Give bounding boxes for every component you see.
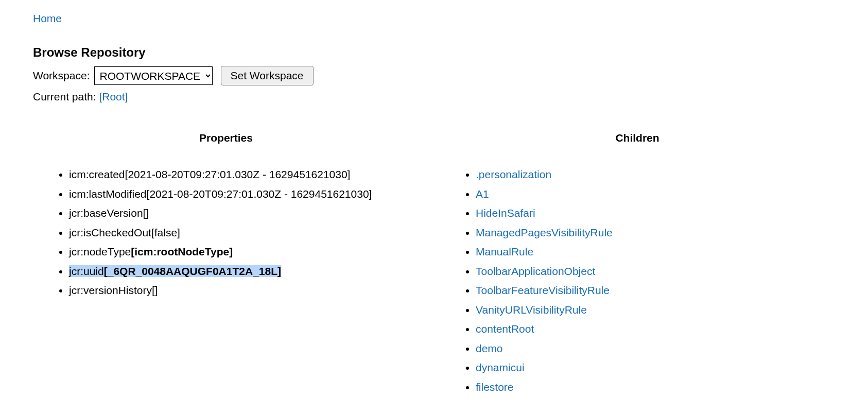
child-link[interactable]: ManualRule <box>476 246 533 257</box>
child-link[interactable]: .personalization <box>476 168 551 180</box>
child-link[interactable]: filestore <box>476 381 514 393</box>
child-item: ManagedPagesVisibilityRule <box>476 223 835 243</box>
children-column: Children .personalizationA1HideInSafariM… <box>440 122 835 396</box>
property-key: icm:lastModified <box>69 188 147 200</box>
property-item: jcr:versionHistory[] <box>69 281 419 300</box>
child-link[interactable]: A1 <box>476 188 489 200</box>
set-workspace-button[interactable]: Set Workspace <box>221 66 314 85</box>
child-link[interactable]: VanityURLVisibilityRule <box>476 304 587 316</box>
property-item: icm:lastModified[2021-08-20T09:27:01.030… <box>69 184 419 204</box>
current-path-link[interactable]: [Root] <box>99 91 128 102</box>
property-item: jcr:isCheckedOut[false] <box>69 223 419 243</box>
child-item: filestore <box>476 377 835 397</box>
properties-heading: Properties <box>33 132 419 144</box>
child-item: dynamicui <box>476 358 835 377</box>
property-value: [] <box>143 207 149 219</box>
child-item: .personalization <box>476 165 835 184</box>
workspace-select[interactable]: ROOTWORKSPACE <box>94 66 213 85</box>
property-key: jcr:uuid <box>69 265 104 277</box>
current-path-label: Current path: <box>33 91 99 102</box>
child-item: demo <box>476 339 835 358</box>
child-item: A1 <box>476 184 835 204</box>
columns: Properties icm:created[2021-08-20T09:27:… <box>33 122 835 396</box>
child-item: ToolbarFeatureVisibilityRule <box>476 281 835 300</box>
property-key: jcr:isCheckedOut <box>69 227 151 238</box>
child-link[interactable]: ToolbarFeatureVisibilityRule <box>476 284 610 296</box>
child-item: HideInSafari <box>476 203 835 223</box>
property-key: jcr:nodeType <box>69 246 131 257</box>
property-item: jcr:baseVersion[] <box>69 203 419 223</box>
child-link[interactable]: HideInSafari <box>476 207 535 219</box>
child-link[interactable]: ManagedPagesVisibilityRule <box>476 227 613 238</box>
property-key: jcr:baseVersion <box>69 207 143 219</box>
property-value: [] <box>152 284 158 296</box>
property-item: jcr:nodeType[icm:rootNodeType] <box>69 242 419 262</box>
child-item: VanityURLVisibilityRule <box>476 300 835 320</box>
child-link[interactable]: ToolbarApplicationObject <box>476 265 595 277</box>
property-key: icm:created <box>69 168 125 180</box>
properties-list: icm:created[2021-08-20T09:27:01.030Z - 1… <box>33 165 419 300</box>
current-path: Current path: [Root] <box>33 91 835 103</box>
child-link[interactable]: dynamicui <box>476 361 525 373</box>
workspace-row: Workspace: ROOTWORKSPACE Set Workspace <box>33 66 835 85</box>
property-item: icm:created[2021-08-20T09:27:01.030Z - 1… <box>69 165 419 184</box>
property-value: [2021-08-20T09:27:01.030Z - 162945162103… <box>125 168 351 180</box>
child-item: contentRoot <box>476 319 835 339</box>
children-heading: Children <box>440 132 835 144</box>
property-value: [icm:rootNodeType] <box>131 246 233 257</box>
property-value: [false] <box>151 227 180 238</box>
property-value: [_6QR_0048AAQUGF0A1T2A_18L] <box>104 265 281 277</box>
home-link[interactable]: Home <box>33 12 62 25</box>
workspace-label: Workspace: <box>33 70 90 82</box>
property-item: jcr:uuid[_6QR_0048AAQUGF0A1T2A_18L] <box>69 262 419 281</box>
page-title: Browse Repository <box>33 45 835 60</box>
property-key: jcr:versionHistory <box>69 284 152 296</box>
children-list: .personalizationA1HideInSafariManagedPag… <box>440 165 835 396</box>
properties-column: Properties icm:created[2021-08-20T09:27:… <box>33 122 419 396</box>
child-item: ManualRule <box>476 242 835 262</box>
child-link[interactable]: contentRoot <box>476 323 534 335</box>
property-value: [2021-08-20T09:27:01.030Z - 162945162103… <box>147 188 372 200</box>
child-link[interactable]: demo <box>476 342 503 354</box>
child-item: ToolbarApplicationObject <box>476 262 835 281</box>
